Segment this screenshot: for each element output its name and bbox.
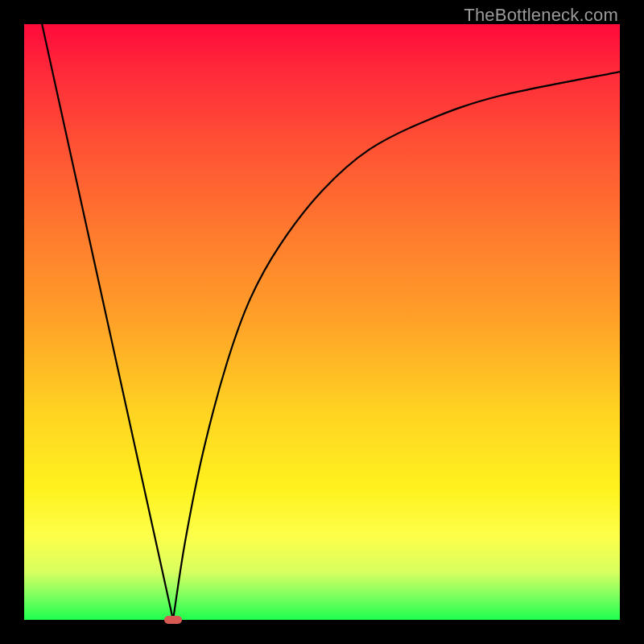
chart-frame: TheBottleneck.com xyxy=(0,0,644,644)
curve-path xyxy=(42,24,620,620)
bottleneck-curve xyxy=(24,24,620,620)
plot-area xyxy=(24,24,620,620)
watermark-text: TheBottleneck.com xyxy=(464,5,618,26)
optimum-marker xyxy=(164,616,182,624)
